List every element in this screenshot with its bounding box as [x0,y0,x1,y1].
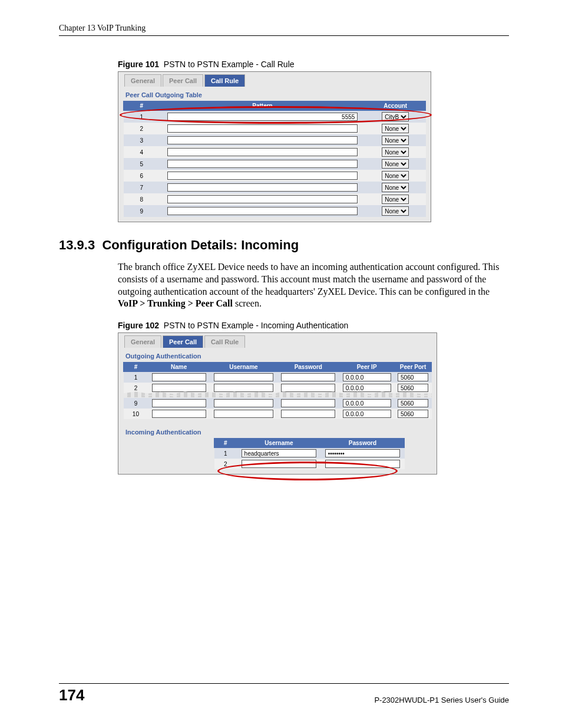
pattern-input[interactable] [167,124,358,133]
table-row: 1 [124,372,432,383]
peer-call-outgoing-title: Peer Call Outgoing Table [118,87,431,101]
figure102-caption: Figure 102 PSTN to PSTN Example - Incomi… [118,321,509,330]
row-num: 5 [124,158,160,170]
account-select[interactable]: None [382,206,409,216]
tab-peercall[interactable]: Peer Call [163,74,203,87]
section-paragraph: The branch office ZyXEL Device needs to … [118,261,509,310]
page-number: 174 [59,686,84,704]
para-text-a: The branch office ZyXEL Device needs to … [118,262,499,297]
username-input[interactable] [214,384,274,392]
username-input[interactable] [214,410,274,418]
username-input[interactable] [214,373,274,381]
peer-call-outgoing-table: # Pattern Account 1CityB2None3None4None5… [123,101,426,217]
peerport-input[interactable] [398,384,428,392]
table-row: 8None [124,193,426,205]
table-row: 2 [124,383,432,393]
figure101-caption: Figure 101 PSTN to PSTN Example - Call R… [118,60,509,69]
account-select[interactable]: None [382,171,409,180]
peerport-input[interactable] [398,399,428,407]
password-input[interactable] [325,460,400,468]
tab-callrule-2[interactable]: Call Rule [204,335,245,348]
name-input[interactable] [152,373,206,381]
account-select[interactable]: CityB [382,112,409,121]
username-input[interactable] [242,449,316,457]
row-num: 2 [124,123,160,134]
col-account: Account [365,101,426,111]
table-row: 3None [124,134,426,146]
row-num: 4 [124,146,160,158]
table-row: 6None [124,170,426,182]
outgoing-auth-title: Outgoing Authentication [118,348,437,362]
account-select[interactable]: None [382,136,409,145]
table-row: 7None [124,182,426,193]
tab-general[interactable]: General [124,74,161,87]
account-select[interactable]: None [382,183,409,192]
pattern-input[interactable] [167,195,358,203]
incol-user: Username [237,439,320,448]
tab-peercall-2[interactable]: Peer Call [163,335,203,348]
table-row: 9None [124,205,426,217]
outcol-num: # [124,363,148,372]
password-input[interactable] [281,384,335,392]
tab-general-2[interactable]: General [124,335,161,348]
tab-callrule[interactable]: Call Rule [204,74,245,87]
password-input[interactable] [325,449,400,457]
pattern-input[interactable] [167,172,358,180]
pattern-input[interactable] [167,148,358,156]
table-row: 1CityB [124,111,426,123]
table-row: 10 [124,409,432,419]
outcol-port: Peer Port [395,363,432,372]
name-input[interactable] [152,384,206,392]
username-input[interactable] [214,399,274,407]
row-num: 10 [124,409,148,419]
peerport-input[interactable] [398,410,428,418]
account-select[interactable]: None [382,147,409,157]
row-num: 2 [214,459,237,469]
peerip-input[interactable] [343,373,391,381]
pattern-input[interactable] [167,136,358,144]
peerip-input[interactable] [343,399,391,407]
pattern-input[interactable] [167,183,358,192]
row-num: 3 [124,134,160,146]
account-select[interactable]: None [382,124,409,133]
table-row: 4None [124,146,426,158]
pattern-input[interactable] [167,207,358,215]
col-num: # [124,101,160,111]
password-input[interactable] [281,373,335,381]
account-select[interactable]: None [382,195,409,204]
row-num: 1 [124,111,160,123]
username-input[interactable] [242,460,316,468]
table-row: 2 [214,459,405,469]
pattern-input[interactable] [167,113,358,121]
password-input[interactable] [281,399,335,407]
outcol-pass: Password [277,363,339,372]
row-num: 9 [124,205,160,217]
para-bold: VoIP > Trunking > Peer Call [118,298,233,308]
chapter-header: Chapter 13 VoIP Trunking [59,24,509,36]
figure102-screenshot: General Peer Call Call Rule Outgoing Aut… [118,332,437,475]
outcol-user: Username [210,363,277,372]
section-number: 13.9.3 [59,238,95,252]
section-heading: 13.9.3 Configuration Details: Incoming [59,238,509,253]
name-input[interactable] [152,410,206,418]
page-footer: 174 P-2302HWUDL-P1 Series User's Guide [59,683,509,704]
name-input[interactable] [152,399,206,407]
figure101-screenshot: General Peer Call Call Rule Peer Call Ou… [118,71,431,222]
pattern-input[interactable] [167,160,358,168]
incol-pass: Password [320,439,404,448]
figure102-title: PSTN to PSTN Example - Incoming Authenti… [164,321,349,330]
table-row: 5None [124,158,426,170]
password-input[interactable] [281,410,335,418]
table-row: 1 [214,448,405,459]
peerip-input[interactable] [343,410,391,418]
incoming-auth-title: Incoming Authentication [118,424,437,438]
account-select[interactable]: None [382,159,409,169]
figure102-label: Figure 102 [118,321,159,330]
peerip-input[interactable] [343,384,391,392]
incol-num: # [214,439,237,448]
outcol-ip: Peer IP [339,363,395,372]
torn-gap [124,396,432,398]
peerport-input[interactable] [398,373,428,381]
outcol-name: Name [148,363,210,372]
guide-name: P-2302HWUDL-P1 Series User's Guide [374,696,509,704]
